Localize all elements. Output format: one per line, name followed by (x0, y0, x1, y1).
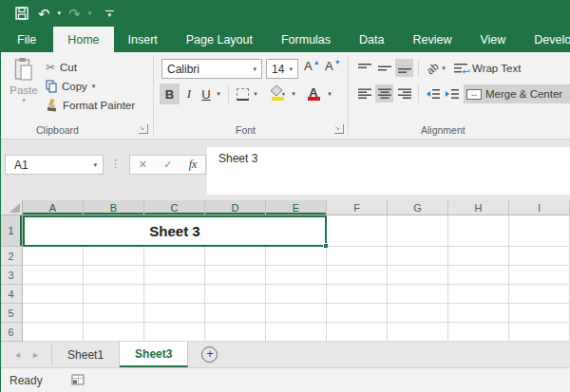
middle-align-button[interactable] (375, 59, 393, 77)
select-all-corner[interactable] (0, 200, 23, 215)
cell-F4[interactable] (327, 285, 388, 304)
cell-B6[interactable] (84, 323, 144, 342)
cell-H3[interactable] (448, 266, 509, 285)
cell-I2[interactable] (509, 247, 570, 266)
column-header-I[interactable]: I (509, 200, 570, 215)
cell-C5[interactable] (144, 304, 205, 323)
row-header-6[interactable]: 6 (0, 323, 23, 342)
cell-D4[interactable] (205, 285, 266, 304)
cell-C6[interactable] (144, 323, 205, 342)
cell-H2[interactable] (448, 247, 509, 266)
cell-D6[interactable] (205, 323, 266, 342)
fill-color-button[interactable] (268, 84, 287, 104)
font-color-dropdown[interactable]: ▾ (325, 84, 334, 104)
column-header-F[interactable]: F (327, 200, 388, 215)
tab-home[interactable]: Home (53, 27, 113, 52)
cell-H6[interactable] (448, 323, 509, 342)
cell-I3[interactable] (509, 266, 570, 285)
underline-button[interactable]: U (199, 84, 214, 104)
tab-file[interactable]: File (0, 27, 53, 52)
row-header-5[interactable]: 5 (0, 304, 23, 323)
new-sheet-button[interactable]: + (201, 342, 218, 367)
cell-I1[interactable] (509, 215, 570, 247)
cell-E5[interactable] (266, 304, 327, 323)
save-button[interactable] (11, 3, 32, 24)
decrease-indent-button[interactable] (424, 84, 442, 103)
borders-button[interactable] (234, 84, 251, 104)
cell-D5[interactable] (205, 304, 266, 323)
column-header-B[interactable]: B (84, 200, 144, 215)
cell-A4[interactable] (23, 285, 84, 304)
copy-button[interactable]: Copy ▾ (46, 77, 95, 95)
tab-insert[interactable]: Insert (114, 27, 172, 52)
align-left-button[interactable] (355, 84, 373, 103)
center-button[interactable] (375, 84, 393, 103)
cell-B2[interactable] (84, 247, 144, 266)
selected-merged-cell-a1[interactable]: Sheet 3 (23, 215, 327, 247)
sheet-tab-sheet3[interactable]: Sheet3 (120, 342, 188, 367)
cell-H4[interactable] (448, 285, 509, 304)
cell-I6[interactable] (509, 323, 570, 342)
cut-button[interactable]: ✂ Cut (46, 58, 77, 76)
customize-qat-button[interactable]: ▾ (103, 10, 116, 17)
cell-G6[interactable] (388, 323, 448, 342)
merge-center-button[interactable]: ↔ Merge & Center (464, 84, 570, 103)
cell-H5[interactable] (448, 304, 509, 323)
align-right-button[interactable] (395, 84, 413, 103)
cell-C2[interactable] (144, 247, 205, 266)
row-header-1[interactable]: 1 (0, 215, 23, 247)
cell-A6[interactable] (23, 323, 84, 342)
fill-color-dropdown[interactable]: ▾ (289, 84, 298, 104)
row-header-2[interactable]: 2 (0, 247, 23, 266)
insert-function-button[interactable]: fx (189, 158, 198, 172)
column-header-D[interactable]: D (205, 200, 266, 215)
bold-button[interactable]: B (160, 84, 180, 104)
cancel-button[interactable]: ✕ (139, 159, 147, 171)
cell-E2[interactable] (266, 247, 327, 266)
cell-B3[interactable] (84, 266, 144, 285)
underline-dropdown[interactable]: ▾ (214, 84, 223, 104)
row-header-4[interactable]: 4 (0, 285, 23, 304)
cell-A2[interactable] (23, 247, 84, 266)
cell-E6[interactable] (266, 323, 327, 342)
record-macro-button[interactable] (71, 372, 85, 389)
cell-I5[interactable] (509, 304, 570, 323)
cell-D3[interactable] (205, 266, 266, 285)
undo-dropdown[interactable]: ▾ (56, 3, 64, 24)
fill-handle[interactable] (323, 243, 329, 249)
cell-H1[interactable] (448, 215, 509, 247)
increase-font-size-button[interactable]: A▲ (304, 59, 320, 78)
sheet-tab-sheet1[interactable]: Sheet1 (52, 342, 120, 367)
formula-bar-splitter[interactable]: ⋮ (110, 158, 121, 170)
font-dialog-launcher[interactable]: ↘ (334, 124, 344, 134)
copy-dropdown[interactable]: ▾ (92, 83, 96, 90)
italic-button[interactable]: I (181, 84, 197, 104)
cell-F5[interactable] (327, 304, 388, 323)
decrease-font-size-button[interactable]: A▼ (325, 59, 341, 78)
top-align-button[interactable] (355, 59, 373, 77)
name-box[interactable]: A1 ▾ (5, 155, 104, 175)
tab-review[interactable]: Review (398, 27, 466, 52)
cell-A3[interactable] (23, 266, 84, 285)
cell-B5[interactable] (84, 304, 144, 323)
cell-G2[interactable] (388, 247, 448, 266)
format-painter-button[interactable]: Format Painter (46, 96, 135, 114)
tab-page-layout[interactable]: Page Layout (172, 27, 267, 52)
cell-B4[interactable] (84, 285, 144, 304)
increase-indent-button[interactable] (443, 84, 461, 103)
cell-C3[interactable] (144, 266, 205, 285)
cell-F6[interactable] (327, 323, 388, 342)
paste-button[interactable]: Paste ▾ (4, 57, 44, 120)
font-size-combobox[interactable]: 14 ▾ (266, 59, 298, 79)
tab-data[interactable]: Data (345, 27, 398, 52)
cell-I4[interactable] (509, 285, 570, 304)
formula-bar-input[interactable]: Sheet 3 (207, 147, 570, 195)
cell-G3[interactable] (388, 266, 448, 285)
cell-D2[interactable] (205, 247, 266, 266)
bottom-align-button[interactable] (395, 59, 413, 77)
cell-C4[interactable] (144, 285, 205, 304)
column-header-A[interactable]: A (23, 200, 84, 215)
paste-dropdown[interactable]: ▾ (22, 97, 26, 104)
cell-E3[interactable] (266, 266, 327, 285)
wrap-text-button[interactable]: ↩ Wrap Text (450, 59, 523, 78)
